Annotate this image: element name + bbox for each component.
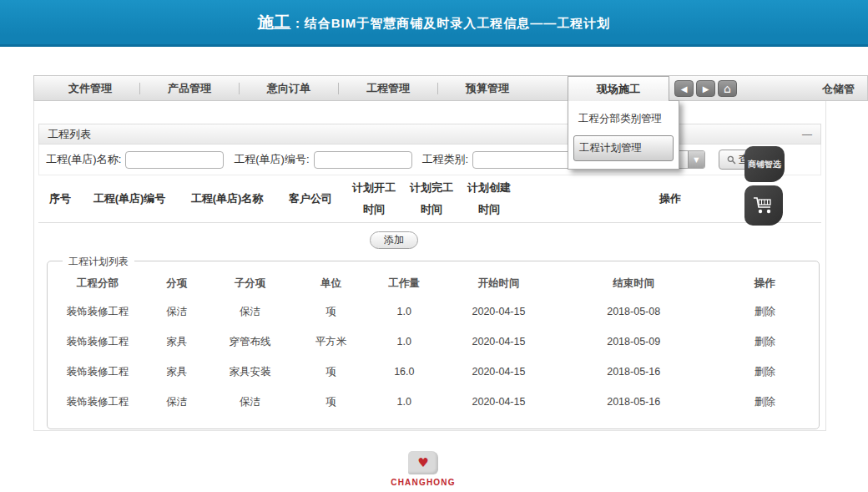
cell-sub-item: 保洁: [205, 297, 294, 327]
nav-tab-intent-orders[interactable]: 意向订单: [240, 81, 338, 96]
cell-item: 家具: [148, 327, 205, 357]
nav-scroll-left-icon[interactable]: ◀: [674, 80, 694, 97]
col-header-plan-created: 计划创建 时间: [459, 177, 519, 221]
plan-col-sub-item: 子分项: [205, 270, 294, 297]
page-title-rest: ：结合BIM于智慧商铺及时录入工程信息——工程计划: [291, 16, 611, 30]
plan-list-section: 工程计划列表 工程分部 分项 子分项 单位 工作量 开始时间 结束时间 操作 装…: [47, 261, 820, 429]
plan-col-actions: 操作: [711, 270, 819, 297]
cell-quantity: 16.0: [367, 357, 441, 387]
nav-tab-file-mgmt[interactable]: 文件管理: [41, 81, 139, 96]
delete-link[interactable]: 删除: [711, 357, 819, 387]
nav-tab-site-construction-active[interactable]: 现场施工: [568, 76, 669, 101]
cell-start-date: 2020-04-15: [441, 327, 557, 357]
cell-start-date: 2020-04-15: [441, 387, 557, 417]
home-icon[interactable]: ⌂: [718, 80, 737, 97]
table-row: 装饰装修工程 家具 穿管布线 平方米 1.0 2020-04-15 2018-0…: [48, 327, 819, 357]
heart-icon: ♥: [417, 457, 428, 469]
add-button[interactable]: 添加: [370, 231, 418, 249]
cell-sub-item: 保洁: [205, 387, 294, 417]
plan-list-legend: 工程计划列表: [63, 255, 134, 269]
col-header-planned-start: 计划开工 时间: [344, 177, 404, 221]
cell-sub-item: 家具安装: [205, 357, 294, 387]
project-list-panel-header: 工程列表 —: [38, 124, 821, 145]
menu-item-plan-mgmt[interactable]: 工程计划管理: [573, 135, 674, 161]
project-table-header: 序号 工程(单店)编号 工程(单店)名称 客户公司 计划开工 时间 计划完工 时…: [38, 175, 821, 223]
cell-division: 装饰装修工程: [48, 357, 148, 387]
table-row: 装饰装修工程 保洁 保洁 项 1.0 2020-04-15 2018-05-16…: [48, 387, 819, 417]
cell-unit: 项: [295, 297, 368, 327]
cell-start-date: 2020-04-15: [441, 297, 557, 327]
plan-col-start: 开始时间: [441, 270, 557, 297]
app-header: 施工：结合BIM于智慧商铺及时录入工程信息——工程计划: [0, 0, 868, 47]
cell-division: 装饰装修工程: [48, 327, 148, 357]
search-icon: [727, 155, 736, 165]
cell-division: 装饰装修工程: [48, 387, 148, 417]
page-title-prefix: 施工: [258, 13, 291, 31]
plan-col-quantity: 工作量: [367, 270, 441, 297]
collapse-panel-icon[interactable]: —: [802, 129, 812, 139]
changhong-logo-icon: ♥: [408, 451, 438, 474]
table-row: 装饰装修工程 家具 家具安装 项 16.0 2020-04-15 2018-05…: [48, 357, 819, 387]
cell-unit: 项: [295, 357, 368, 387]
chevron-down-icon: ▼: [688, 151, 704, 168]
main-nav: 文件管理 产品管理 意向订单 工程管理 预算管理: [33, 75, 868, 101]
table-row: 装饰装修工程 保洁 保洁 项 1.0 2020-04-15 2018-05-08…: [48, 297, 819, 327]
nav-tab-project-mgmt[interactable]: 工程管理: [339, 81, 437, 96]
cell-quantity: 1.0: [367, 297, 441, 327]
plan-col-end: 结束时间: [557, 270, 711, 297]
cell-sub-item: 穿管布线: [205, 327, 294, 357]
project-list-panel-title: 工程列表: [48, 127, 91, 142]
page-title: 施工：结合BIM于智慧商铺及时录入工程信息——工程计划: [258, 12, 611, 33]
plan-table-header-row: 工程分部 分项 子分项 单位 工作量 开始时间 结束时间 操作: [48, 270, 819, 297]
cell-end-date: 2018-05-16: [557, 387, 711, 417]
col-header-client-company: 客户公司: [277, 191, 344, 206]
site-construction-dropdown: 工程分部类别管理 工程计划管理: [568, 100, 679, 170]
plan-table: 工程分部 分项 子分项 单位 工作量 开始时间 结束时间 操作 装饰装修工程 保…: [48, 270, 819, 417]
cell-start-date: 2020-04-15: [441, 357, 557, 387]
brand-name: CHANGHONG: [391, 478, 455, 487]
project-category-input[interactable]: [472, 151, 571, 169]
cart-icon: [752, 195, 775, 216]
project-category-label: 工程类别:: [422, 152, 469, 167]
nav-tab-budget-mgmt[interactable]: 预算管理: [438, 81, 537, 96]
cell-item: 保洁: [148, 387, 205, 417]
shopping-cart-badge[interactable]: [744, 185, 783, 226]
delete-link[interactable]: 删除: [711, 327, 819, 357]
col-header-planned-finish: 计划完工 时间: [404, 177, 459, 221]
cell-division: 装饰装修工程: [48, 297, 148, 327]
plan-col-division: 工程分部: [48, 270, 148, 297]
project-code-label: 工程(单店)编号:: [234, 152, 309, 167]
cell-item: 家具: [148, 357, 205, 387]
menu-item-division-category-mgmt[interactable]: 工程分部类别管理: [573, 105, 674, 135]
project-filter-bar: 工程(单店)名称: 工程(单店)编号: 工程类别: 是否单店: 请选择 ▼ 查询: [38, 145, 821, 175]
col-header-project-name: 工程(单店)名称: [177, 191, 277, 206]
cell-end-date: 2018-05-16: [557, 357, 711, 387]
plan-col-item: 分项: [148, 270, 205, 297]
cell-quantity: 1.0: [367, 327, 441, 357]
cell-quantity: 1.0: [367, 387, 441, 417]
nav-tab-product-mgmt[interactable]: 产品管理: [140, 81, 239, 96]
delete-link[interactable]: 删除: [711, 387, 819, 417]
cell-end-date: 2018-05-09: [557, 327, 711, 357]
smart-shop-badge[interactable]: 商铺智选: [744, 146, 785, 182]
cell-end-date: 2018-05-08: [557, 297, 711, 327]
footer-brand: ♥ CHANGHONG: [386, 451, 461, 489]
col-header-project-code: 工程(单店)编号: [82, 191, 177, 206]
nav-tab-warehouse-mgmt[interactable]: 仓储管: [822, 82, 855, 97]
cell-unit: 项: [295, 387, 368, 417]
cell-item: 保洁: [148, 297, 205, 327]
project-name-input[interactable]: [125, 151, 224, 169]
cell-unit: 平方米: [295, 327, 368, 357]
project-code-input[interactable]: [314, 151, 412, 169]
delete-link[interactable]: 删除: [711, 297, 819, 327]
project-name-label: 工程(单店)名称:: [46, 152, 121, 167]
nav-scroll-right-icon[interactable]: ▶: [696, 80, 715, 97]
col-header-seq: 序号: [38, 191, 82, 206]
plan-col-unit: 单位: [295, 270, 368, 297]
